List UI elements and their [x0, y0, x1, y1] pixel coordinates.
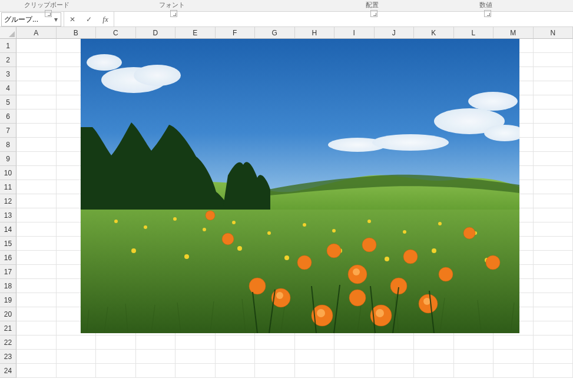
cell[interactable] [136, 350, 176, 364]
row-header[interactable]: 16 [0, 251, 16, 265]
cell[interactable] [295, 350, 335, 364]
cell[interactable] [96, 350, 136, 364]
cell[interactable] [534, 279, 574, 293]
cell[interactable] [16, 350, 57, 364]
cell[interactable] [534, 109, 574, 124]
cell[interactable] [493, 335, 534, 350]
cell[interactable] [534, 335, 574, 350]
cell[interactable] [534, 39, 574, 53]
column-header[interactable]: A [16, 27, 57, 39]
cell[interactable] [16, 81, 57, 95]
cell[interactable] [534, 138, 574, 152]
row-header[interactable]: 7 [0, 124, 16, 138]
cell[interactable] [534, 251, 574, 265]
cell[interactable] [16, 307, 57, 321]
column-header[interactable]: K [414, 27, 454, 39]
row-header[interactable]: 15 [0, 237, 16, 251]
cell[interactable] [493, 364, 534, 378]
cell[interactable] [295, 335, 335, 350]
cell[interactable] [454, 350, 494, 364]
cell[interactable] [534, 364, 574, 378]
row-header[interactable]: 12 [0, 194, 16, 208]
cell[interactable] [16, 364, 57, 378]
launcher-icon[interactable] [45, 10, 52, 17]
cell[interactable] [534, 321, 574, 335]
column-header[interactable]: I [334, 27, 375, 39]
cell[interactable] [16, 95, 57, 109]
row-header[interactable]: 21 [0, 321, 16, 335]
cell[interactable] [16, 109, 57, 124]
row-header[interactable]: 17 [0, 265, 16, 279]
row-header[interactable]: 11 [0, 180, 16, 194]
cell[interactable] [414, 335, 454, 350]
cell[interactable] [334, 364, 375, 378]
launcher-icon[interactable] [170, 10, 177, 17]
cell[interactable] [16, 279, 57, 293]
cell[interactable] [375, 350, 415, 364]
column-header[interactable]: J [375, 27, 415, 39]
row-header[interactable]: 23 [0, 350, 16, 364]
row-header[interactable]: 8 [0, 138, 16, 152]
cell[interactable] [16, 180, 57, 194]
cell[interactable] [534, 237, 574, 251]
cell[interactable] [534, 166, 574, 180]
cell[interactable] [454, 364, 494, 378]
cell[interactable] [216, 364, 256, 378]
cell[interactable] [534, 265, 574, 279]
select-all-corner[interactable] [0, 27, 16, 39]
cell[interactable] [534, 222, 574, 237]
cell[interactable] [136, 364, 176, 378]
row-header[interactable]: 18 [0, 279, 16, 293]
column-header[interactable]: E [175, 27, 216, 39]
cell[interactable] [16, 237, 57, 251]
cell[interactable] [534, 67, 574, 81]
cell[interactable] [136, 335, 176, 350]
column-header[interactable]: G [255, 27, 295, 39]
cell[interactable] [534, 208, 574, 222]
embedded-picture[interactable] [81, 39, 519, 333]
row-header[interactable]: 4 [0, 81, 16, 95]
cell[interactable] [175, 350, 216, 364]
cell[interactable] [16, 293, 57, 307]
cell[interactable] [57, 350, 97, 364]
cell[interactable] [57, 364, 97, 378]
fx-icon[interactable]: fx [97, 12, 114, 27]
cell[interactable] [16, 222, 57, 237]
cell[interactable] [16, 124, 57, 138]
cell[interactable] [534, 350, 574, 364]
column-header[interactable]: H [295, 27, 335, 39]
column-header[interactable]: C [96, 27, 136, 39]
cell[interactable] [454, 335, 494, 350]
cell[interactable] [534, 81, 574, 95]
cell[interactable] [534, 307, 574, 321]
cell[interactable] [16, 194, 57, 208]
row-header[interactable]: 2 [0, 53, 16, 67]
cell[interactable] [334, 350, 375, 364]
row-header[interactable]: 3 [0, 67, 16, 81]
row-header[interactable]: 22 [0, 335, 16, 350]
cell[interactable] [16, 335, 57, 350]
cell[interactable] [96, 364, 136, 378]
cell[interactable] [16, 208, 57, 222]
column-header[interactable]: F [216, 27, 256, 39]
column-header[interactable]: N [534, 27, 574, 39]
cell[interactable] [334, 335, 375, 350]
row-header[interactable]: 9 [0, 152, 16, 166]
cell[interactable] [96, 335, 136, 350]
launcher-icon[interactable] [370, 10, 377, 17]
cell[interactable] [375, 335, 415, 350]
cell[interactable] [375, 364, 415, 378]
cell[interactable] [16, 166, 57, 180]
cell[interactable] [16, 152, 57, 166]
column-header[interactable]: M [493, 27, 534, 39]
cell[interactable] [175, 364, 216, 378]
cell[interactable] [295, 364, 335, 378]
cell[interactable] [16, 67, 57, 81]
cell[interactable] [255, 335, 295, 350]
row-header[interactable]: 14 [0, 222, 16, 237]
cell[interactable] [16, 251, 57, 265]
column-header[interactable]: B [57, 27, 97, 39]
cell[interactable] [16, 265, 57, 279]
cell[interactable] [57, 335, 97, 350]
row-header[interactable]: 10 [0, 166, 16, 180]
